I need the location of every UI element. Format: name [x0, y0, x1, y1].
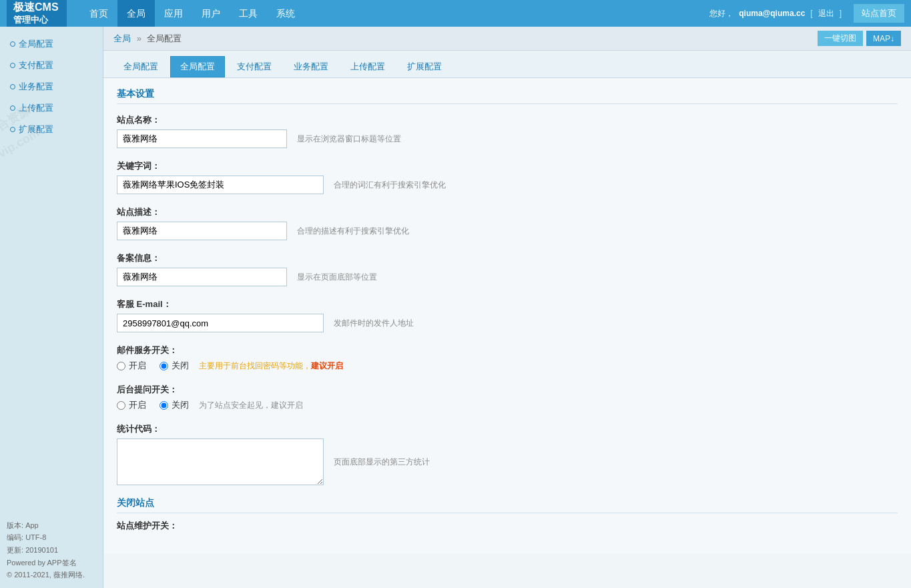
keywords-input[interactable] — [117, 176, 324, 194]
backend-prompt-close-label: 关闭 — [172, 399, 189, 411]
sidebar-label-upload-config: 上传配置 — [19, 102, 53, 114]
mail-service-radio-group: 开启 关闭 — [117, 360, 189, 372]
mail-service-open-label: 开启 — [129, 360, 146, 372]
icp-label: 备案信息： — [117, 252, 898, 264]
nav-users[interactable]: 用户 — [192, 0, 230, 27]
icp-row: 备案信息： 显示在页面底部等位置 — [117, 252, 898, 286]
subtab-global-config-1[interactable]: 全局配置 — [113, 56, 168, 77]
footer-version: 版本: App — [7, 519, 85, 532]
breadcrumb-current: 全局配置 — [147, 33, 182, 43]
keywords-label: 关键字词： — [117, 160, 898, 172]
logo-line2: 管理中心 — [13, 15, 60, 26]
stats-code-row: 统计代码： 页面底部显示的第三方统计 — [117, 423, 898, 485]
backend-prompt-open-radio[interactable] — [117, 401, 125, 410]
username: qiuma@qiuma.cc — [739, 9, 805, 18]
sidebar-item-extension-config[interactable]: 扩展配置 — [0, 119, 103, 140]
footer-powered-by: Powered by APP签名 — [7, 557, 85, 569]
sidebar-label-global-config: 全局配置 — [19, 38, 53, 50]
description-hint: 合理的描述有利于搜索引擎优化 — [297, 226, 409, 237]
keywords-row: 关键字词： 合理的词汇有利于搜索引擎优化 — [117, 160, 898, 194]
sidebar-label-business-config: 业务配置 — [19, 81, 53, 93]
sidebar-label-payment-config: 支付配置 — [19, 59, 53, 71]
backend-prompt-open[interactable]: 开启 — [117, 399, 146, 411]
mail-service-open[interactable]: 开启 — [117, 360, 146, 372]
site-name-label: 站点名称： — [117, 114, 898, 126]
stats-code-textarea[interactable] — [117, 438, 324, 485]
backend-prompt-open-label: 开启 — [129, 399, 146, 411]
icp-hint: 显示在页面底部等位置 — [297, 272, 377, 283]
main-content: 全局 » 全局配置 一键切图 MAP↓ 全局配置 全局配置 支付配置 业务配置 … — [103, 27, 911, 588]
subtab-global-config-2[interactable]: 全局配置 — [170, 56, 225, 77]
nav-home[interactable]: 首页 — [80, 0, 117, 27]
nav-tools[interactable]: 工具 — [230, 0, 267, 27]
top-navbar: 极速CMS 管理中心 首页 全局 应用 用户 工具 系统 您好，qiuma@qi… — [0, 0, 911, 27]
breadcrumb-actions: 一键切图 MAP↓ — [818, 31, 901, 46]
description-row: 站点描述： 合理的描述有利于搜索引擎优化 — [117, 206, 898, 240]
sidebar-item-payment-config[interactable]: 支付配置 — [0, 55, 103, 76]
subtab-payment-config[interactable]: 支付配置 — [227, 56, 282, 77]
user-info: 您好，qiuma@qiuma.cc [退出] 站点首页 — [709, 4, 904, 23]
stats-code-hint: 页面底部显示的第三方统计 — [334, 457, 430, 468]
breadcrumb-parent[interactable]: 全局 — [113, 33, 131, 43]
map-button[interactable]: MAP↓ — [866, 31, 901, 46]
sidebar-item-global-config[interactable]: 全局配置 — [0, 33, 103, 55]
breadcrumb: 全局 » 全局配置 — [113, 33, 182, 45]
sidebar-item-upload-config[interactable]: 上传配置 — [0, 97, 103, 119]
close-section-header: 关闭站点 — [117, 497, 898, 513]
logo-line1: 极速CMS — [13, 1, 60, 15]
switch-button[interactable]: 一键切图 — [818, 31, 863, 46]
site-name-hint: 显示在浏览器窗口标题等位置 — [297, 133, 401, 145]
sidebar-label-extension-config: 扩展配置 — [19, 123, 53, 135]
nav-system[interactable]: 系统 — [267, 0, 304, 27]
subtab-upload-config[interactable]: 上传配置 — [340, 56, 395, 77]
description-label: 站点描述： — [117, 206, 898, 218]
sidebar-footer: 版本: App 编码: UTF-8 更新: 20190101 Powered b… — [7, 519, 85, 581]
icp-input[interactable] — [117, 268, 287, 286]
backend-prompt-close-radio[interactable] — [160, 401, 168, 410]
mail-service-row: 邮件服务开关： 开启 关闭 主要用于前台找回密码等功能，建议开启 — [117, 344, 898, 372]
site-maintenance-label: 站点维护开关： — [117, 520, 898, 532]
footer-copyright: © 2011-2021, 薇推网络. — [7, 569, 85, 581]
sidebar-dot — [10, 41, 15, 47]
backend-prompt-label: 后台提问开关： — [117, 384, 898, 396]
email-row: 客服 E-mail： 发邮件时的发件人地址 — [117, 298, 898, 332]
subtab-business-config[interactable]: 业务配置 — [284, 56, 338, 77]
backend-prompt-hint: 为了站点安全起见，建议开启 — [199, 400, 303, 411]
logo: 极速CMS 管理中心 — [7, 0, 67, 29]
site-maintenance-row: 站点维护开关： — [117, 520, 898, 532]
footer-update: 更新: 20190101 — [7, 544, 85, 557]
user-greeting: 您好， — [709, 8, 733, 19]
nav-global[interactable]: 全局 — [117, 0, 155, 27]
mail-service-open-radio[interactable] — [117, 362, 125, 370]
description-input[interactable] — [117, 222, 287, 240]
email-hint: 发邮件时的发件人地址 — [334, 318, 414, 329]
mail-service-close[interactable]: 关闭 — [160, 360, 189, 372]
backend-prompt-row: 后台提问开关： 开启 关闭 为了站点安全起见，建议开启 — [117, 384, 898, 411]
basic-section-header: 基本设置 — [117, 88, 898, 104]
site-name-row: 站点名称： 显示在浏览器窗口标题等位置 — [117, 114, 898, 148]
stats-code-label: 统计代码： — [117, 423, 898, 435]
sidebar-dot — [10, 63, 15, 68]
mail-service-hint: 主要用于前台找回密码等功能，建议开启 — [199, 360, 343, 372]
sidebar-dot — [10, 127, 15, 132]
site-name-input[interactable] — [117, 129, 287, 148]
backend-prompt-radio-group: 开启 关闭 — [117, 399, 189, 411]
mail-service-hint-orange: 主要用于前台找回密码等功能， — [199, 361, 311, 370]
logout-link[interactable]: 退出 — [818, 8, 834, 19]
sidebar: 淘宝综合资源vip.com 全局配置 支付配置 业务配置 上传配置 扩展配置 版… — [0, 27, 103, 588]
footer-encoding: 编码: UTF-8 — [7, 531, 85, 544]
mail-service-label: 邮件服务开关： — [117, 344, 898, 356]
keywords-hint: 合理的词汇有利于搜索引擎优化 — [334, 180, 446, 191]
site-home-button[interactable]: 站点首页 — [854, 4, 904, 23]
mail-service-close-label: 关闭 — [172, 360, 189, 372]
sub-tabs-bar: 全局配置 全局配置 支付配置 业务配置 上传配置 扩展配置 — [103, 51, 911, 78]
email-input[interactable] — [117, 314, 324, 332]
breadcrumb-bar: 全局 » 全局配置 一键切图 MAP↓ — [103, 27, 911, 51]
main-nav: 首页 全局 应用 用户 工具 系统 — [80, 0, 709, 27]
nav-apps[interactable]: 应用 — [155, 0, 192, 27]
sidebar-item-business-config[interactable]: 业务配置 — [0, 76, 103, 97]
email-label: 客服 E-mail： — [117, 298, 898, 310]
mail-service-close-radio[interactable] — [160, 362, 168, 370]
backend-prompt-close[interactable]: 关闭 — [160, 399, 189, 411]
subtab-extension-config[interactable]: 扩展配置 — [397, 56, 452, 77]
